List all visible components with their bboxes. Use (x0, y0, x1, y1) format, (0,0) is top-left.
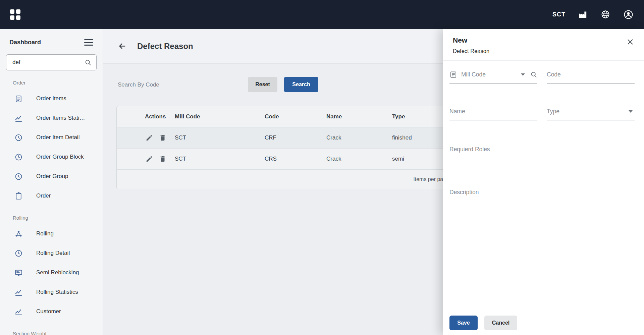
hamburger-menu-icon[interactable] (84, 36, 93, 49)
sidebar-section-section-weight: Section Weight (0, 331, 103, 335)
chart-icon (14, 114, 23, 122)
code-input[interactable]: Code (547, 66, 635, 83)
search-by-code-input[interactable] (117, 81, 236, 89)
sidebar-item-label: Customer (36, 308, 61, 315)
sidebar-item-label: Rolling Detail (36, 250, 70, 257)
sidebar-item-rolling-statistics[interactable]: Rolling Statistics (0, 282, 103, 302)
topbar: SCT (0, 0, 644, 29)
sidebar-item-rolling[interactable]: Rolling (0, 224, 103, 243)
cell-name: Crack (324, 134, 389, 141)
chevron-down-icon (521, 73, 525, 76)
mill-code-label: Mill Code (461, 71, 486, 78)
chart-icon (14, 288, 23, 296)
account-icon[interactable] (623, 9, 634, 20)
row-actions-cell (117, 127, 172, 148)
mill-code-select[interactable]: Mill Code (449, 66, 537, 83)
edit-icon[interactable] (145, 133, 154, 142)
search-by-code-field[interactable] (116, 81, 236, 93)
name-input[interactable]: Name (449, 103, 537, 120)
sidebar-item-semi-reblocking[interactable]: Semi Reblocking (0, 263, 103, 282)
chevron-down-icon (629, 110, 633, 113)
clock-icon (14, 249, 23, 258)
drawer-form: Mill Code Code Name Type (443, 61, 644, 237)
edit-icon[interactable] (145, 155, 154, 163)
type-label: Type (547, 108, 559, 115)
cell-mill-code: SCT (172, 134, 262, 141)
sidebar-item-label: Order Item Detail (36, 134, 79, 141)
column-header-mill-code: Mill Code (172, 113, 262, 120)
document-icon (449, 71, 457, 78)
mill-code-indicator[interactable]: SCT (552, 11, 566, 18)
chart-icon (14, 307, 23, 316)
back-arrow-icon[interactable] (116, 41, 128, 52)
sidebar-section-rolling: Rolling (0, 215, 103, 221)
column-header-actions: Actions (117, 106, 172, 127)
sidebar-item-label: Order Group (36, 173, 68, 180)
sidebar-title: Dashboard (9, 39, 41, 46)
clipboard-icon (14, 94, 23, 103)
row-actions-cell (117, 149, 172, 169)
sidebar-item-order-group-block[interactable]: Order Group Block (0, 147, 103, 167)
sidebar-item-label: Order Group Block (36, 154, 84, 160)
cell-mill-code: SCT (172, 156, 262, 162)
mill-factory-icon[interactable] (577, 9, 588, 20)
sidebar-item-order-items-statistics[interactable]: Order Items Stati… (0, 108, 103, 128)
cell-code: CRF (262, 134, 324, 141)
delete-icon[interactable] (158, 133, 167, 142)
cell-name: Crack (324, 156, 389, 162)
search-icon (85, 59, 92, 66)
page-title: Defect Reason (137, 42, 193, 51)
clock-icon (14, 153, 23, 161)
sidebar-section-order: Order (0, 80, 103, 86)
required-roles-label: Requierd Roles (449, 146, 490, 153)
sidebar: Dashboard Order Order Items (0, 29, 103, 335)
clock-icon (14, 133, 23, 142)
sidebar-item-order-group[interactable]: Order Group (0, 167, 103, 186)
cancel-button[interactable]: Cancel (484, 316, 517, 330)
sidebar-item-label: Order Items Stati… (36, 115, 85, 121)
name-label: Name (449, 108, 465, 115)
app-root: SCT Dashboard (0, 0, 644, 335)
sidebar-item-label: Rolling Statistics (36, 289, 78, 295)
save-button[interactable]: Save (449, 316, 478, 330)
sidebar-item-label: Order Items (36, 95, 66, 102)
type-select[interactable]: Type (547, 103, 635, 120)
search-button[interactable]: Search (284, 77, 318, 92)
cell-code: CRS (262, 156, 324, 162)
code-label: Code (547, 71, 561, 78)
required-roles-input[interactable]: Requierd Roles (449, 141, 635, 158)
clock-icon (14, 172, 23, 181)
globe-icon[interactable] (600, 9, 611, 20)
new-defect-reason-drawer: New Defect Reason Mill Code (443, 29, 644, 335)
hub-icon (14, 229, 23, 238)
column-header-name: Name (324, 113, 389, 120)
column-header-code: Code (262, 113, 324, 120)
drawer-subtitle: Defect Reason (453, 48, 634, 54)
sidebar-item-order-items[interactable]: Order Items (0, 89, 103, 108)
close-icon[interactable] (625, 37, 635, 47)
apps-grid-icon[interactable] (10, 9, 20, 20)
drawer-title: New (453, 36, 634, 44)
reset-button[interactable]: Reset (248, 77, 277, 92)
drawer-header: New Defect Reason (443, 29, 644, 61)
sidebar-item-order-item-detail[interactable]: Order Item Detail (0, 128, 103, 147)
sidebar-search-field[interactable] (6, 54, 97, 70)
sidebar-item-customer[interactable]: Customer (0, 302, 103, 321)
sidebar-search-input[interactable] (12, 59, 85, 66)
description-label: Description (449, 189, 479, 196)
sidebar-item-label: Semi Reblocking (36, 269, 79, 276)
delete-icon[interactable] (158, 155, 167, 163)
sidebar-item-label: Order (36, 192, 51, 199)
drawer-footer: Save Cancel (449, 316, 517, 330)
monitor-icon (14, 268, 23, 277)
search-icon (530, 71, 537, 78)
sidebar-item-label: Rolling (36, 230, 54, 237)
description-textarea[interactable]: Description (449, 177, 635, 237)
clipboard-outline-icon (14, 191, 23, 200)
sidebar-item-rolling-detail[interactable]: Rolling Detail (0, 243, 103, 263)
sidebar-item-order[interactable]: Order (0, 186, 103, 206)
